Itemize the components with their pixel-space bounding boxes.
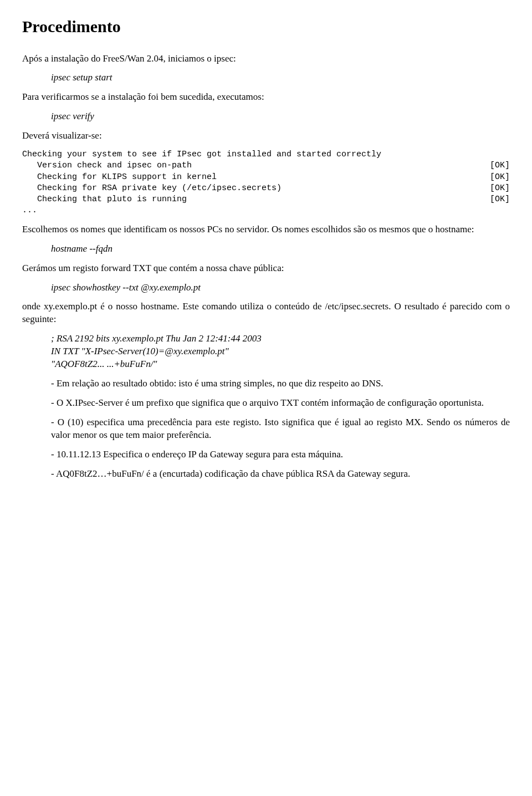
bullet-string-simples: - Em relação ao resultado obtido: isto é…: [51, 377, 510, 390]
snippet-line-3: "AQOF8tZ2... ...+buFuFn/": [51, 358, 510, 371]
cmd-hostname-fqdn: hostname --fqdn: [51, 243, 510, 256]
result-snippet: ; RSA 2192 bits xy.exemplo.pt Thu Jan 2 …: [51, 333, 510, 371]
check-row-right: [OK]: [490, 172, 510, 183]
cmd-ipsec-setup-start: ipsec setup start: [51, 72, 510, 84]
para-result: onde xy.exemplo.pt é o nosso hostname. E…: [22, 300, 510, 326]
check-row-right: [OK]: [490, 160, 510, 171]
para-verify: Para verificarmos se a instalação foi be…: [22, 91, 510, 104]
check-row-left: Version check and ipsec on-path: [22, 160, 192, 171]
page-title: Procedimento: [22, 16, 510, 38]
bullet-precedencia-10: - O (10) especifica uma precedência para…: [51, 416, 510, 442]
snippet-line-1: ; RSA 2192 bits xy.exemplo.pt Thu Jan 2 …: [51, 333, 510, 345]
snippet-line-2: IN TXT "X-IPsec-Server(10)=@xy.exemplo.p…: [51, 345, 510, 358]
check-ellipsis: ...: [22, 205, 37, 216]
para-visualize: Deverá visualizar-se:: [22, 130, 510, 142]
bullet-rsa-key: - AQ0F8tZ2…+buFuFn/ é a (encurtada) codi…: [51, 468, 510, 481]
check-line-1: Checking your system to see if IPsec got…: [22, 149, 381, 160]
cmd-ipsec-verify: ipsec verify: [51, 110, 510, 123]
bullet-gateway-ip: - 10.11.12.13 Especifica o endereço IP d…: [51, 448, 510, 461]
para-forward-txt: Gerámos um registo forward TXT que conté…: [22, 262, 510, 275]
para-after-install: Após a instalação do FreeS/Wan 2.04, ini…: [22, 53, 510, 65]
check-row-left: Checking for KLIPS support in kernel: [22, 172, 217, 183]
check-row-right: [OK]: [490, 183, 510, 194]
para-hostnames: Escolhemos os nomes que identificam os n…: [22, 223, 510, 236]
check-row-left: Checking that pluto is running: [22, 194, 187, 205]
bullet-xipsec-server: - O X.IPsec-Server é um prefixo que sign…: [51, 397, 510, 410]
check-row-right: [OK]: [490, 194, 510, 205]
check-row-left: Checking for RSA private key (/etc/ipsec…: [22, 183, 282, 194]
code-block-check: Checking your system to see if IPsec got…: [22, 149, 510, 217]
cmd-showhostkey: ipsec showhostkey --txt @xy.exemplo.pt: [51, 282, 510, 294]
